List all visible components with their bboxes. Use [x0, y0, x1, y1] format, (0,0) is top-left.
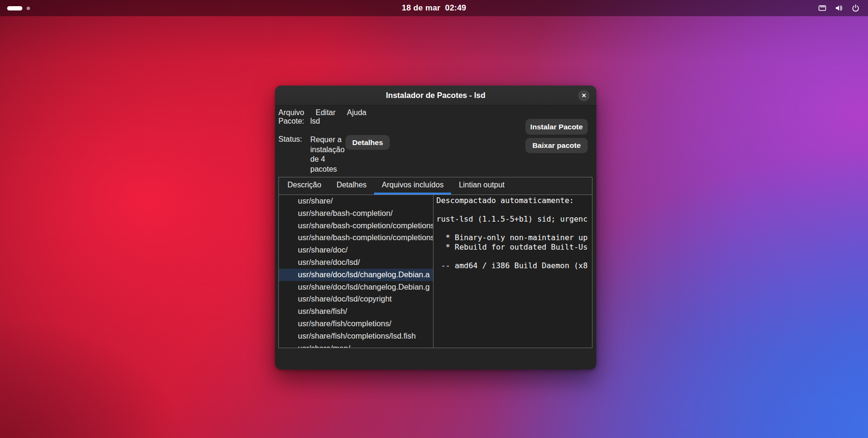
gdebi-window: Instalador de Pacotes - lsd ✕ Arquivo Ed… — [275, 86, 596, 370]
power-icon — [851, 3, 860, 13]
file-row[interactable]: usr/share/man/ — [279, 342, 433, 348]
install-package-button[interactable]: Instalar Pacote — [525, 119, 588, 135]
file-row[interactable]: usr/share/doc/lsd/copyright — [279, 293, 433, 305]
file-row[interactable]: usr/share/fish/ — [279, 305, 433, 318]
details-button[interactable]: Detalhes — [345, 135, 390, 150]
tab-content: usr/share/ usr/share/bash-completion/ us… — [279, 195, 592, 348]
system-status-area[interactable] — [818, 0, 860, 16]
titlebar[interactable]: Instalador de Pacotes - lsd ✕ — [275, 86, 596, 106]
file-row[interactable]: usr/share/doc/lsd/ — [279, 256, 433, 269]
file-row[interactable]: usr/share/bash-completion/ — [279, 207, 433, 220]
package-value: lsd — [310, 117, 320, 126]
tab-lintian-output[interactable]: Lintian output — [451, 177, 512, 195]
preview-line — [436, 224, 592, 234]
download-package-button[interactable]: Baixar pacote — [525, 138, 588, 153]
file-row[interactable]: usr/share/doc/lsd/changelog.Debian.g — [279, 281, 433, 293]
file-row[interactable]: usr/share/fish/completions/lsd.fish — [279, 330, 433, 342]
preview-line: rust-lsd (1.1.5-5+b1) sid; urgenc — [436, 214, 592, 224]
file-row[interactable]: usr/share/doc/ — [279, 244, 433, 256]
top-bar: 18 de mar 02:49 — [0, 0, 868, 16]
status-label: Status: — [278, 135, 302, 144]
tab-arquivos-incluidos[interactable]: Arquivos incluídos — [374, 177, 451, 195]
tab-bar: Descrição Detalhes Arquivos incluídos Li… — [279, 177, 592, 195]
file-row[interactable]: usr/share/bash-completion/completions — [279, 220, 433, 232]
preview-line: * Binary-only non-maintainer up — [436, 233, 592, 243]
file-tree[interactable]: usr/share/ usr/share/bash-completion/ us… — [279, 195, 434, 348]
tab-descricao[interactable]: Descrição — [280, 177, 329, 195]
preview-line: * Rebuild for outdated Built-Us — [436, 243, 592, 252]
file-preview-pane: Descompactado automaticamente: rust-lsd … — [434, 195, 592, 348]
close-icon[interactable]: ✕ — [578, 90, 590, 101]
preview-line: Descompactado automaticamente: — [436, 196, 592, 205]
file-row[interactable]: usr/share/ — [279, 195, 433, 207]
file-row[interactable]: usr/share/bash-completion/completions/ — [279, 232, 433, 244]
tab-detalhes[interactable]: Detalhes — [329, 177, 374, 195]
notebook: Descrição Detalhes Arquivos incluídos Li… — [278, 177, 592, 348]
file-row[interactable]: usr/share/fish/completions/ — [279, 318, 433, 330]
menu-ajuda[interactable]: Ajuda — [347, 107, 366, 119]
volume-icon — [834, 3, 844, 13]
file-row-selected[interactable]: usr/share/doc/lsd/changelog.Debian.a — [279, 269, 433, 281]
window-title: Instalador de Pacotes - lsd — [386, 91, 485, 100]
preview-line — [436, 205, 592, 215]
preview-line — [436, 252, 592, 262]
package-label: Pacote: — [278, 117, 304, 126]
status-value: Requer a instalação de 4 pacotes — [310, 135, 349, 174]
clock[interactable]: 18 de mar 02:49 — [0, 0, 868, 16]
preview-line: -- amd64 / i386 Build Daemon (x8 — [436, 261, 592, 271]
network-wired-icon — [818, 3, 827, 13]
